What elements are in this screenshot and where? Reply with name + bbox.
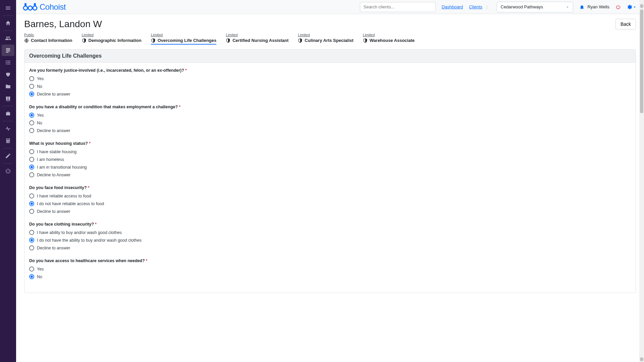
radio-label: No [37, 84, 42, 89]
radio-icon [29, 120, 34, 125]
radio-option[interactable]: Decline to answer [29, 90, 631, 98]
power-button[interactable] [615, 4, 621, 10]
sidebar-activity[interactable] [2, 123, 14, 134]
radio-icon [29, 76, 34, 81]
document-lines-icon [5, 47, 11, 53]
radio-option[interactable]: Decline to answer [29, 207, 631, 215]
sidebar-folder[interactable] [2, 81, 14, 92]
question: Do you face food insecurity?*I have reli… [29, 185, 631, 215]
radio-label: No [37, 275, 42, 279]
back-button[interactable]: Back [615, 19, 636, 29]
question: Do you have a disability or condition th… [29, 105, 631, 134]
tab-overcoming-life-challenges[interactable]: LimitedOvercoming Life Challenges [151, 33, 217, 45]
radio-label: I have ability to buy and/or wash good c… [37, 230, 122, 235]
radio-icon [29, 201, 34, 206]
radio-option[interactable]: Yes [29, 265, 631, 273]
radio-icon [29, 193, 34, 198]
home-icon [5, 20, 11, 26]
sidebar-logout[interactable] [2, 165, 14, 177]
radio-option[interactable]: I am in transitional housing [29, 163, 631, 171]
radio-option[interactable]: Yes [29, 75, 631, 82]
radio-label: Decline to Answer [37, 173, 70, 177]
question-label: Do you have access to healthcare service… [29, 258, 631, 263]
question: Are you formerly justice-involved (i.e.,… [29, 68, 631, 98]
sidebar-favorites[interactable] [2, 69, 14, 80]
sidebar-checklist[interactable] [2, 57, 14, 68]
radio-icon [29, 266, 34, 272]
radio-option[interactable]: I do not have reliable access to food [29, 200, 631, 207]
radio-option[interactable]: Decline to Answer [29, 171, 631, 179]
logo-mark-icon [23, 3, 38, 11]
radio-option[interactable]: No [29, 82, 631, 90]
svg-point-0 [23, 6, 28, 10]
svg-point-2 [33, 6, 37, 10]
notifications-button[interactable] [579, 4, 585, 10]
radio-option[interactable]: Decline to answer [29, 127, 631, 134]
tab-culinary-arts-specialist[interactable]: LimitedCulinary Arts Specialist [298, 33, 353, 45]
radio-label: I have stable housing [37, 149, 76, 154]
scrollbar-down-arrow[interactable] [640, 357, 643, 361]
scrollbar-up-arrow[interactable] [640, 4, 643, 8]
sidebar-calculator[interactable] [2, 135, 14, 146]
sidebar-people[interactable] [2, 33, 14, 44]
sidebar-home[interactable] [2, 17, 14, 29]
radio-option[interactable]: I do not have the ability to buy and/or … [29, 236, 631, 244]
required-indicator: * [185, 68, 187, 73]
tab-contact-information[interactable]: PublicContact Information [24, 33, 72, 45]
radio-option[interactable]: I have reliable access to food [29, 192, 631, 200]
user-name: Ryan Wells [587, 4, 609, 9]
radio-icon [29, 113, 34, 118]
tab-privacy-label: Limited [151, 33, 217, 37]
sidebar-menu-toggle[interactable] [2, 2, 14, 14]
required-indicator: * [88, 185, 90, 190]
scrollbar-track[interactable] [639, 0, 644, 362]
radio-option[interactable]: Decline to answer [29, 244, 631, 252]
radio-icon [29, 92, 34, 97]
radio-label: Decline to answer [37, 209, 70, 214]
nav-dashboard[interactable]: Dashboard [442, 4, 463, 9]
radio-icon [29, 84, 34, 89]
radio-option[interactable]: No [29, 273, 631, 281]
question-label: Do you have a disability or condition th… [29, 105, 631, 109]
scrollbar-thumb[interactable] [640, 9, 643, 113]
radio-icon [29, 128, 34, 133]
radio-label: Yes [37, 267, 44, 272]
topbar-separator: | [486, 4, 487, 9]
radio-option[interactable]: Yes [29, 111, 631, 119]
form-panel: Overcoming Life Challenges Are you forme… [24, 49, 636, 293]
radio-icon [29, 245, 34, 250]
brand-logo[interactable]: Cohoist [23, 2, 66, 12]
tab-certified-nursing-assistant[interactable]: LimitedCertified Nursing Assistant [226, 33, 288, 45]
sidebar-forms[interactable] [2, 45, 14, 56]
radio-icon [29, 274, 34, 279]
radio-option[interactable]: I am homeless [29, 156, 631, 163]
bell-icon [579, 4, 585, 10]
svg-rect-3 [24, 3, 26, 6]
tab-warehouse-associate[interactable]: LimitedWarehouse Associate [363, 33, 415, 45]
hamburger-icon [5, 5, 11, 11]
tab-demographic-information[interactable]: LimitedDemographic Information [82, 33, 142, 45]
radio-option[interactable]: I have stable housing [29, 148, 631, 156]
question-label: Are you formerly justice-involved (i.e.,… [29, 68, 631, 73]
required-indicator: * [95, 222, 97, 227]
chevron-down-icon [566, 5, 570, 9]
sidebar-book[interactable] [2, 93, 14, 104]
settings-button[interactable] [627, 4, 637, 10]
radio-label: Decline to answer [37, 246, 70, 250]
radio-label: Decline to answer [37, 92, 70, 97]
topbar: Cohoist Dashboard Clients | Cedarwood Pa… [16, 0, 644, 14]
radio-option[interactable]: No [29, 119, 631, 127]
radio-label: I have reliable access to food [37, 194, 91, 198]
sidebar-divider [3, 106, 13, 106]
search-input[interactable] [360, 2, 436, 12]
sidebar-divider [3, 15, 13, 16]
question-label: What is your housing status?* [29, 141, 631, 146]
sidebar-edit[interactable] [2, 150, 14, 162]
sidebar-briefcase[interactable] [2, 108, 14, 119]
sidebar-divider [3, 148, 13, 148]
nav-clients[interactable]: Clients [469, 4, 482, 9]
org-selector[interactable]: Cedarwood Pathways [497, 2, 573, 12]
list-check-icon [5, 59, 11, 65]
radio-option[interactable]: I have ability to buy and/or wash good c… [29, 229, 631, 236]
sidebar-divider [3, 121, 13, 121]
